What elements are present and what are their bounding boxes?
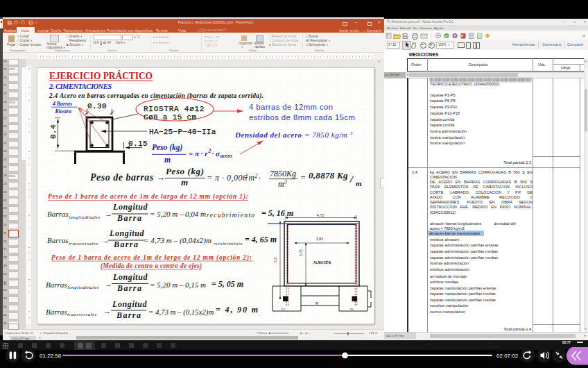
svg-text:·: · — [259, 173, 261, 183]
svg-text:transversales: transversales — [69, 241, 98, 246]
svg-text:Barra: Barra — [116, 310, 141, 320]
svg-text:Barras: Barras — [46, 308, 67, 316]
svg-text:P3: P3 — [282, 308, 284, 311]
svg-text:= π · r: = π · r — [189, 149, 208, 158]
svg-text:m: m — [181, 177, 188, 187]
svg-text:0.30: 0.30 — [87, 102, 107, 110]
svg-text:Barras: Barras — [46, 281, 67, 289]
svg-text:recubrimiento: recubrimiento — [214, 241, 243, 246]
svg-text:0.15: 0.15 — [128, 140, 148, 148]
svg-text:Peso de barras: Peso de barras — [90, 172, 154, 183]
svg-text:ALMACÉN: ALMACÉN — [313, 260, 331, 265]
svg-text:R: R — [315, 301, 318, 306]
svg-text:Longitud: Longitud — [112, 202, 148, 212]
svg-text:RIOSTRA 4ø12: RIOSTRA 4ø12 — [144, 105, 205, 113]
svg-text:Longitud: Longitud — [109, 228, 145, 238]
svg-text:estribos de 8mm cada 15cm: estribos de 8mm cada 15cm — [249, 113, 355, 122]
svg-text:4 Barras: 4 Barras — [52, 101, 72, 107]
svg-text:→: → — [105, 280, 112, 288]
svg-text:3,83: 3,83 — [316, 237, 323, 241]
svg-text:/: / — [349, 174, 354, 185]
svg-text:= 5,20 m – 0,04 m: = 5,20 m – 0,04 m — [150, 210, 206, 218]
svg-text:Longitud: Longitud — [112, 299, 148, 309]
svg-text:3: 3 — [349, 131, 353, 136]
svg-text:7850Kg: 7850Kg — [270, 169, 296, 178]
svg-text:m: m — [278, 179, 284, 189]
svg-text:→: → — [156, 172, 165, 183]
svg-text:02:07:02: 02:07:02 — [496, 353, 518, 359]
svg-text:P5: P5 — [350, 308, 353, 311]
svg-text:0.4: 0.4 — [49, 124, 58, 139]
svg-text:Peso de 1 barra de acero de 1m: Peso de 1 barra de acero de 1m de largo … — [48, 193, 248, 201]
svg-text:(Medida de centro a centro de: (Medida de centro a centro de ejes) — [101, 262, 202, 270]
svg-text:m: m — [249, 173, 255, 183]
svg-text:3: 3 — [284, 179, 287, 185]
svg-text:HA−25−P−40−IIa: HA−25−P−40−IIa — [149, 128, 216, 136]
svg-text:2: 2 — [208, 148, 211, 154]
svg-text:→: → — [102, 236, 110, 244]
svg-text:· σ: · σ — [212, 149, 221, 158]
svg-text:Densidad del acero = 7850 kg/m: Densidad del acero = 7850 kg/m — [234, 131, 347, 139]
svg-text:Barras: Barras — [47, 236, 69, 244]
svg-text:=: = — [300, 173, 306, 183]
svg-text:→: → — [103, 307, 111, 315]
svg-text:2. CIMENTACIONES: 2. CIMENTACIONES — [49, 83, 112, 90]
svg-text:01:22:58: 01:22:58 — [40, 353, 61, 359]
svg-text:Peso (kg): Peso (kg) — [152, 143, 183, 152]
svg-text:= 4,73 m – (0,15x2)m: = 4,73 m – (0,15x2)m — [148, 308, 214, 317]
svg-text:4 barras de 12mm con: 4 barras de 12mm con — [249, 103, 333, 111]
svg-text:Barra: Barra — [113, 240, 139, 249]
svg-text:Longitud: Longitud — [112, 272, 148, 282]
svg-text:transversales: transversales — [67, 312, 97, 317]
svg-text:= 5, 16 m: = 5, 16 m — [261, 208, 293, 218]
svg-text:4,73: 4,73 — [317, 213, 324, 217]
svg-text:3,75: 3,75 — [299, 249, 303, 256]
svg-text:= 4, 90 m: = 4, 90 m — [216, 305, 258, 315]
svg-text:Barra: Barra — [116, 213, 142, 223]
svg-text:Barras: Barras — [47, 210, 69, 218]
svg-text:= 4,73 m – (0,04x2)m: = 4,73 m – (0,04x2)m — [144, 236, 211, 245]
svg-text:m: m — [164, 156, 171, 164]
svg-text:m: m — [356, 179, 362, 187]
svg-text:acero: acero — [220, 153, 232, 159]
svg-text:Cø8 a 15 cm: Cø8 a 15 cm — [144, 113, 197, 122]
svg-text:= 4, 65 m: = 4, 65 m — [245, 235, 277, 244]
svg-text:2.4 Acero en barras corrugadas: 2.4 Acero en barras corrugadas en ciment… — [49, 92, 263, 100]
svg-text:longitudinales: longitudinales — [67, 285, 99, 290]
svg-text:= 5, 05 m: = 5, 05 m — [211, 279, 243, 289]
svg-text:Peso de 1 barra de acero de 1m: Peso de 1 barra de acero de 1m de largo … — [51, 254, 252, 262]
svg-text:0,8878 Kg: 0,8878 Kg — [309, 170, 348, 181]
svg-text:recubrimiento: recubrimiento — [207, 212, 255, 219]
svg-text:Peso (kg): Peso (kg) — [166, 166, 205, 176]
svg-text:→: → — [105, 210, 112, 218]
svg-text:EJERCICIO PRÁCTICO: EJERCICIO PRÁCTICO — [49, 70, 153, 81]
svg-text:longitudinales: longitudinales — [69, 215, 101, 220]
svg-text:2: 2 — [255, 173, 258, 179]
svg-text:Riostra: Riostra — [55, 108, 71, 115]
svg-text:2: 2 — [245, 173, 248, 179]
svg-text:5,2: 5,2 — [273, 258, 277, 262]
svg-text:= π · 0,006: = π · 0,006 — [207, 173, 248, 183]
svg-text:= 5,20 m – 0,15 m: = 5,20 m – 0,15 m — [150, 281, 206, 289]
svg-text:Barra: Barra — [116, 283, 142, 293]
